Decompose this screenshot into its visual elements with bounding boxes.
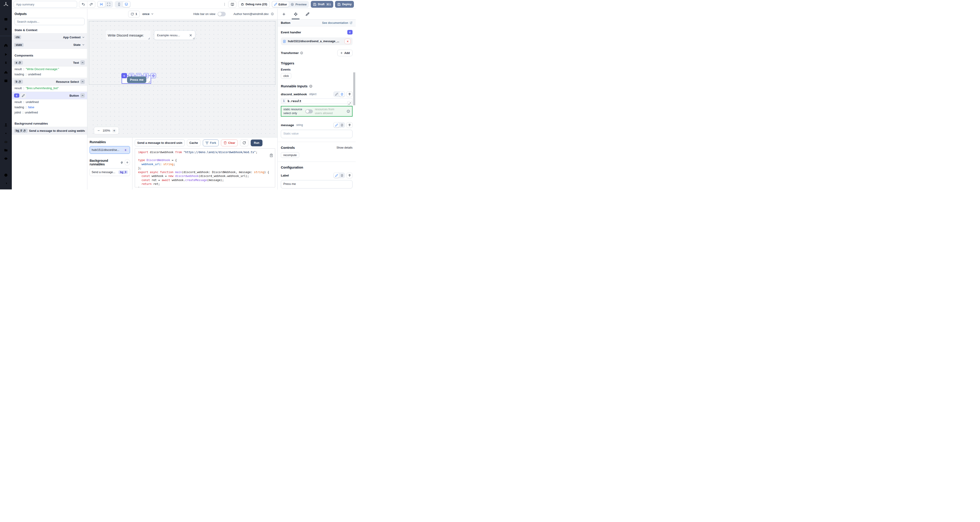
tab-component-settings[interactable] xyxy=(292,9,299,19)
align-mode-button[interactable] xyxy=(98,2,105,7)
more-menu-icon[interactable] xyxy=(223,3,226,6)
apps-board-icon[interactable] xyxy=(4,17,8,21)
resize-grip-icon[interactable] xyxy=(349,135,352,137)
collapse-a-button[interactable] xyxy=(80,60,85,65)
resize-handle[interactable] xyxy=(148,38,150,39)
eval-mode-button[interactable] xyxy=(339,123,345,127)
runs-play-icon[interactable] xyxy=(4,53,8,56)
resources-boxes-icon[interactable] xyxy=(4,70,8,74)
see-documentation-link[interactable]: See documentation xyxy=(322,21,353,24)
resize-handle[interactable] xyxy=(148,81,150,83)
static-mode-button[interactable] xyxy=(334,123,339,127)
info-icon[interactable] xyxy=(347,110,350,113)
refresh-count-button[interactable]: 1 xyxy=(128,11,140,18)
info-icon[interactable] xyxy=(300,51,303,54)
resource-mode-toggle[interactable] xyxy=(305,109,313,113)
runnable-item-selected[interactable]: hub/1511/discord/se... c xyxy=(90,146,130,154)
search-outputs-input[interactable] xyxy=(14,18,84,25)
help-icon[interactable] xyxy=(4,173,8,177)
output-row-a[interactable]: a Text xyxy=(12,59,87,67)
schedules-calendar-icon[interactable] xyxy=(4,79,8,83)
variables-dollar-icon[interactable] xyxy=(4,61,8,65)
output-row-bg0[interactable]: bg_0 Send a message to discord using web… xyxy=(12,127,87,135)
connect-input-button[interactable] xyxy=(347,173,353,178)
resize-grip-icon[interactable] xyxy=(349,185,352,188)
workers-bot-icon[interactable] xyxy=(4,140,8,144)
clear-select-icon[interactable] xyxy=(189,33,192,37)
debug-runs-button[interactable]: Debug runs (23) xyxy=(238,1,269,8)
selected-button-cell[interactable]: c Press me xyxy=(122,76,151,84)
output-row-b[interactable]: b Resource Select xyxy=(12,78,87,86)
redo-button[interactable] xyxy=(87,1,95,8)
favorites-star-icon[interactable] xyxy=(4,27,8,31)
collapse-arrow-icon[interactable] xyxy=(4,181,8,185)
show-details-link[interactable]: Show details xyxy=(336,146,353,149)
static-mode-button[interactable] xyxy=(334,173,339,178)
home-icon[interactable] xyxy=(4,43,8,48)
app-summary-input[interactable] xyxy=(14,1,77,8)
event-chip-click[interactable]: click xyxy=(281,73,291,79)
draft-button[interactable]: Draft ⌘S xyxy=(311,1,333,8)
event-handler-runnable[interactable]: hub/1511/discord/send_a_message_... xyxy=(281,37,353,45)
resize-handle[interactable] xyxy=(193,37,194,39)
canvas-text-component[interactable]: Write Discord message: xyxy=(106,30,150,40)
info-icon[interactable] xyxy=(271,13,274,16)
code-editor[interactable]: import discordwebhook from "https://deno… xyxy=(135,148,275,188)
expression-editor[interactable]: 1 b.result xyxy=(281,98,353,104)
tab-styling[interactable] xyxy=(304,9,311,19)
eval-mode-button[interactable] xyxy=(339,92,345,97)
script-name-input[interactable] xyxy=(135,139,185,146)
remove-runnable-button[interactable] xyxy=(345,39,351,44)
expand-editor-button[interactable] xyxy=(347,101,352,106)
collapse-b-button[interactable] xyxy=(80,80,85,84)
tab-preview[interactable]: Preview xyxy=(289,2,308,7)
schedule-dropdown[interactable]: once xyxy=(142,12,154,16)
static-mode-button[interactable] xyxy=(334,92,339,97)
chevron-down-icon xyxy=(151,13,154,16)
windmill-logo-icon[interactable] xyxy=(3,2,9,8)
chevron-down-icon[interactable] xyxy=(82,36,85,39)
edit-c-button[interactable] xyxy=(21,93,26,98)
clear-button[interactable]: Clear xyxy=(221,140,238,146)
canvas-resource-select-component[interactable]: Example resou... xyxy=(154,30,195,40)
add-background-runnable-button[interactable] xyxy=(124,159,130,166)
tab-editor[interactable]: Editor xyxy=(272,2,289,7)
info-icon[interactable] xyxy=(309,84,312,88)
folders-icon[interactable] xyxy=(4,148,8,152)
connect-input-button[interactable] xyxy=(347,122,353,128)
fork-button[interactable]: Fork xyxy=(203,140,219,146)
zoom-in-button[interactable]: + xyxy=(112,129,116,133)
audit-eye-icon[interactable] xyxy=(4,156,8,161)
message-static-input[interactable]: Static value xyxy=(281,130,353,138)
collapse-c-button[interactable] xyxy=(80,93,85,98)
move-component-button[interactable] xyxy=(150,73,156,78)
docs-button[interactable] xyxy=(228,1,236,8)
tab-insert-component[interactable] xyxy=(280,9,288,19)
desktop-view-button[interactable] xyxy=(123,2,130,7)
eval-mode-button[interactable] xyxy=(339,173,345,178)
output-row-state[interactable]: state State xyxy=(12,41,87,49)
canvas-press-me-button[interactable]: Press me xyxy=(127,76,146,83)
zoom-out-button[interactable]: − xyxy=(96,129,101,133)
fullscreen-mode-button[interactable] xyxy=(105,2,112,7)
chevron-down-icon[interactable] xyxy=(82,43,85,46)
refresh-script-button[interactable] xyxy=(240,140,248,146)
deploy-button[interactable]: Deploy xyxy=(335,1,354,8)
label-value-input[interactable]: Press me xyxy=(281,180,353,188)
recompute-chip[interactable]: recompute xyxy=(281,152,299,158)
undo-button[interactable] xyxy=(79,1,87,8)
background-runnable-item[interactable]: Send a message... bg_0 xyxy=(90,168,130,176)
mobile-view-button[interactable] xyxy=(116,2,123,7)
cache-button[interactable]: Cache xyxy=(187,140,200,146)
copy-code-icon[interactable] xyxy=(269,154,273,157)
users-icon[interactable] xyxy=(4,123,8,127)
settings-gear-icon[interactable] xyxy=(4,131,8,135)
app-canvas[interactable]: Write Discord message: Example resou... … xyxy=(88,19,277,137)
hide-bar-toggle[interactable] xyxy=(218,12,226,16)
output-row-c[interactable]: c Button xyxy=(12,92,87,99)
output-row-ctx[interactable]: ctx App Context xyxy=(12,33,87,41)
add-transformer-button[interactable]: Add xyxy=(337,50,353,56)
connect-input-button[interactable] xyxy=(347,91,353,97)
run-button[interactable]: Run xyxy=(251,140,262,146)
scrollbar-thumb[interactable] xyxy=(353,72,355,105)
